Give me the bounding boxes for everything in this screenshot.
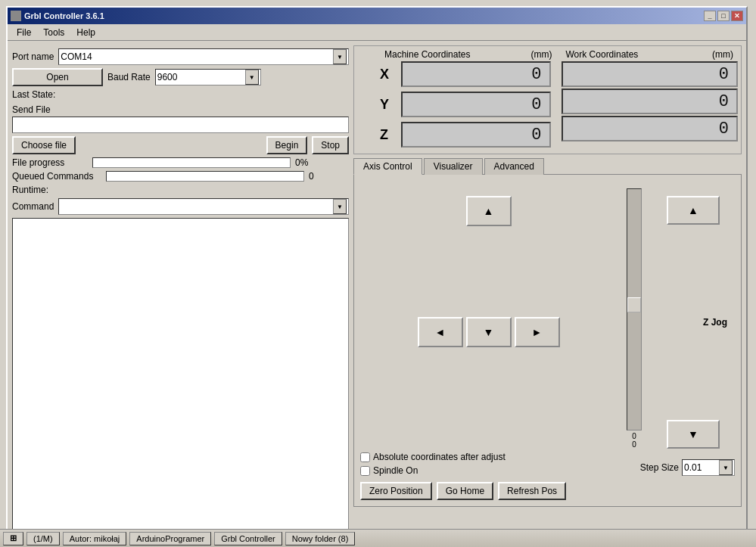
- zero-position-button[interactable]: Zero Position: [360, 482, 432, 500]
- slider-val2: 0: [632, 440, 636, 449]
- jog-left-button[interactable]: ◄: [418, 317, 463, 347]
- machine-coords-unit: (mm): [531, 49, 552, 60]
- send-file-label: Send File: [12, 104, 349, 115]
- command-label: Command: [12, 201, 54, 212]
- spindle-on-label: Spindle On: [373, 465, 418, 476]
- z-slider-thumb[interactable]: [627, 297, 641, 312]
- tab-bar: Axis Control Visualizer Advanced: [353, 157, 742, 175]
- taskbar-item-3[interactable]: ArduinoProgramer: [129, 532, 211, 545]
- machine-x-value: 0: [531, 65, 541, 84]
- machine-z-value: 0: [531, 126, 541, 145]
- work-y-value: 0: [719, 92, 729, 111]
- right-arrow-icon: ►: [532, 326, 543, 338]
- step-size-label: Step Size: [640, 462, 679, 473]
- menu-tools[interactable]: Tools: [37, 26, 70, 39]
- close-button[interactable]: ✕: [731, 11, 743, 21]
- baud-rate-dropdown[interactable]: 9600 ▼: [155, 69, 261, 85]
- tab-content-axis-control: ▲ ◄ ▼: [353, 175, 742, 507]
- file-progress-bar: [92, 157, 291, 168]
- machine-coords-label: Machine Coordinates: [384, 49, 470, 60]
- window-title: Grbl Controller 3.6.1: [24, 11, 104, 20]
- minimize-button[interactable]: _: [704, 11, 716, 21]
- work-x-display: 0: [562, 61, 739, 87]
- taskbar-item-1[interactable]: (1/M): [26, 532, 60, 545]
- queued-commands-label: Queued Commands: [12, 171, 101, 182]
- baud-rate-dropdown-arrow[interactable]: ▼: [245, 70, 259, 85]
- refresh-pos-button[interactable]: Refresh Pos: [498, 482, 566, 500]
- tab-visualizer[interactable]: Visualizer: [424, 158, 483, 175]
- queued-commands-value: 0: [309, 171, 314, 182]
- command-dropdown-arrow[interactable]: ▼: [333, 199, 347, 214]
- port-name-label: Port name: [12, 51, 54, 62]
- machine-y-display: 0: [401, 92, 551, 117]
- taskbar-item-4[interactable]: Grbl Controller: [214, 532, 282, 545]
- left-arrow-icon: ◄: [435, 326, 446, 338]
- last-state-label: Last State:: [12, 89, 55, 100]
- z-jog-label: Z Jog: [703, 317, 727, 328]
- down-arrow-icon: ▼: [484, 326, 494, 338]
- send-file-input[interactable]: [12, 117, 349, 133]
- spindle-on-checkbox[interactable]: [360, 466, 370, 476]
- z-down-arrow-icon: ▼: [688, 428, 698, 440]
- maximize-button[interactable]: □: [717, 11, 730, 21]
- start-button[interactable]: ⊞: [3, 532, 23, 545]
- port-name-value: COM14: [61, 51, 92, 62]
- jog-down-button[interactable]: ▼: [466, 317, 512, 347]
- taskbar-item-5[interactable]: Nowy folder (8): [285, 532, 356, 545]
- console-area[interactable]: [12, 218, 349, 530]
- x-axis-label: X: [380, 67, 398, 82]
- z-jog-up-button[interactable]: ▲: [667, 196, 720, 225]
- runtime-label: Runtime:: [12, 185, 48, 195]
- absolute-coords-checkbox[interactable]: [360, 452, 370, 462]
- choose-file-button[interactable]: Choose file: [12, 136, 76, 154]
- work-z-value: 0: [719, 120, 729, 138]
- menu-help[interactable]: Help: [70, 26, 101, 39]
- title-bar: Grbl Controller 3.6.1 _ □ ✕: [8, 8, 746, 24]
- machine-x-display: 0: [401, 61, 551, 87]
- work-coords-unit: (mm): [712, 49, 733, 60]
- queued-commands-bar: [106, 171, 304, 182]
- go-home-button[interactable]: Go Home: [437, 482, 493, 500]
- machine-y-value: 0: [531, 95, 541, 114]
- z-up-arrow-icon: ▲: [688, 204, 698, 216]
- stop-button[interactable]: Stop: [312, 136, 349, 154]
- z-slider[interactable]: [627, 188, 642, 430]
- step-size-dropdown-arrow[interactable]: ▼: [719, 460, 733, 475]
- file-progress-pct: 0%: [295, 157, 308, 168]
- work-x-value: 0: [719, 65, 729, 84]
- port-name-dropdown-arrow[interactable]: ▼: [333, 49, 347, 64]
- machine-z-display: 0: [401, 122, 551, 148]
- app-icon: [11, 11, 21, 21]
- file-progress-label: File progress: [12, 157, 88, 168]
- z-axis-label: Z: [380, 127, 398, 143]
- step-size-value: 0.01: [684, 462, 702, 473]
- tab-advanced[interactable]: Advanced: [484, 158, 544, 175]
- z-jog-down-button[interactable]: ▼: [667, 420, 720, 449]
- open-button[interactable]: Open: [12, 68, 103, 86]
- port-name-dropdown[interactable]: COM14 ▼: [58, 48, 349, 65]
- work-y-display: 0: [562, 89, 739, 114]
- begin-button[interactable]: Begin: [266, 136, 308, 154]
- y-axis-label: Y: [380, 97, 398, 113]
- jog-right-button[interactable]: ►: [515, 317, 560, 347]
- command-dropdown[interactable]: ▼: [58, 198, 349, 215]
- slider-val1: 0: [632, 432, 636, 440]
- work-z-display: 0: [562, 116, 739, 141]
- start-icon: ⊞: [10, 533, 17, 543]
- menu-bar: File Tools Help: [8, 24, 746, 41]
- menu-file[interactable]: File: [11, 26, 37, 39]
- taskbar-item-2[interactable]: Autor: mikołaj: [63, 532, 127, 545]
- tab-axis-control[interactable]: Axis Control: [353, 158, 422, 175]
- step-size-dropdown[interactable]: 0.01 ▼: [682, 459, 735, 476]
- absolute-coords-label: Absolute coordinates after adjust: [373, 452, 506, 462]
- work-coords-label: Work Coordinates: [566, 49, 639, 60]
- up-arrow-icon: ▲: [484, 205, 494, 217]
- jog-up-button[interactable]: ▲: [466, 196, 512, 226]
- baud-rate-value: 9600: [157, 72, 178, 82]
- baud-rate-label: Baud Rate: [107, 72, 151, 82]
- taskbar: ⊞ (1/M) Autor: mikołaj ArduinoProgramer …: [0, 529, 756, 547]
